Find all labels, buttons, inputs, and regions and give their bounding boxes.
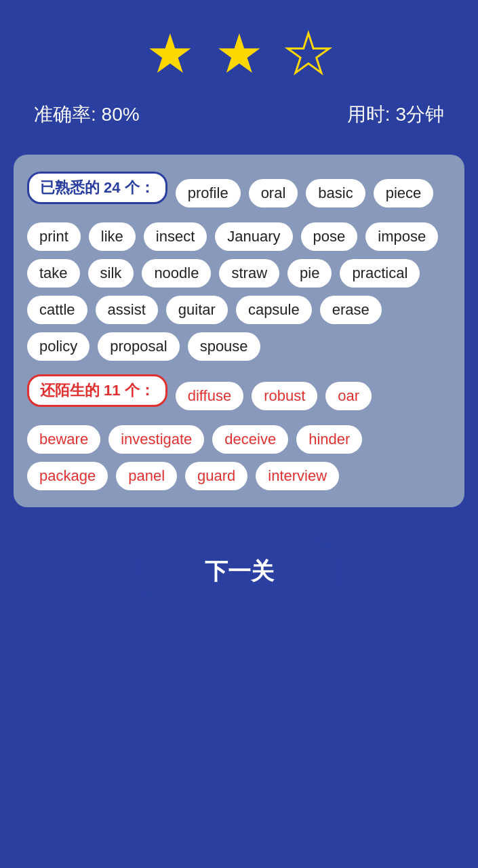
familiar-word-tag: assist bbox=[96, 296, 158, 324]
unfamiliar-word-tag: diffuse bbox=[176, 382, 243, 410]
familiar-word-tag: pose bbox=[301, 222, 358, 251]
familiar-word-tag: capsule bbox=[236, 296, 312, 324]
unfamiliar-word-tag: robust bbox=[252, 382, 317, 410]
unfamiliar-section: 还陌生的 11 个： diffuserobustoarbewareinvesti… bbox=[27, 374, 451, 490]
familiar-word-tag: take bbox=[27, 259, 80, 288]
unfamiliar-word-tag: beware bbox=[27, 425, 100, 454]
familiar-word-tag: insect bbox=[144, 222, 207, 251]
unfamiliar-word-tag: deceive bbox=[212, 425, 288, 454]
familiar-section: 已熟悉的 24 个： profileoralbasicpieceprintlik… bbox=[27, 172, 451, 361]
unfamiliar-word-tag: investigate bbox=[108, 425, 204, 454]
familiar-word-tag: piece bbox=[374, 179, 434, 208]
next-button[interactable]: 下一关 bbox=[137, 541, 342, 602]
familiar-word-tag: erase bbox=[320, 296, 382, 324]
familiar-word-tag: basic bbox=[306, 179, 365, 208]
unfamiliar-word-tag: hinder bbox=[296, 425, 362, 454]
stars-row: ★ ★ ★ bbox=[146, 27, 333, 81]
unfamiliar-header: 还陌生的 11 个： bbox=[27, 374, 167, 407]
main-card: 已熟悉的 24 个： profileoralbasicpieceprintlik… bbox=[14, 155, 464, 507]
time-label: 用时: 3分钟 bbox=[347, 102, 444, 127]
star-2-icon: ★ bbox=[215, 27, 264, 81]
familiar-word-tag: policy bbox=[27, 332, 89, 361]
familiar-word-tag: pie bbox=[287, 259, 332, 288]
familiar-word-tag: cattle bbox=[27, 296, 87, 324]
stats-row: 准确率: 80% 用时: 3分钟 bbox=[14, 102, 464, 127]
familiar-word-tag: guitar bbox=[166, 296, 228, 324]
familiar-word-tag: impose bbox=[365, 222, 438, 251]
familiar-word-tag: silk bbox=[88, 259, 134, 288]
star-1-icon: ★ bbox=[146, 27, 195, 81]
unfamiliar-word-tag: oar bbox=[325, 382, 372, 410]
next-button-container: 下一关 bbox=[0, 528, 478, 629]
familiar-word-tag: January bbox=[215, 222, 292, 251]
familiar-word-tag: straw bbox=[219, 259, 279, 288]
familiar-word-tag: profile bbox=[176, 179, 241, 208]
familiar-word-tag: noodle bbox=[142, 259, 211, 288]
unfamiliar-word-tag: interview bbox=[256, 462, 339, 490]
familiar-word-tag: practical bbox=[340, 259, 420, 288]
accuracy-label: 准确率: 80% bbox=[34, 102, 140, 127]
header: ★ ★ ★ 准确率: 80% 用时: 3分钟 bbox=[0, 0, 478, 155]
familiar-word-tag: like bbox=[89, 222, 136, 251]
unfamiliar-word-tag: panel bbox=[116, 462, 177, 490]
familiar-header: 已熟悉的 24 个： bbox=[27, 172, 167, 204]
star-3-icon: ★ bbox=[284, 27, 333, 81]
unfamiliar-row: 还陌生的 11 个： diffuserobustoarbewareinvesti… bbox=[27, 374, 451, 490]
familiar-word-tag: oral bbox=[249, 179, 298, 208]
familiar-word-tag: spouse bbox=[188, 332, 260, 361]
unfamiliar-word-tag: package bbox=[27, 462, 108, 490]
familiar-word-tag: proposal bbox=[98, 332, 179, 361]
familiar-word-tag: print bbox=[27, 222, 81, 251]
unfamiliar-word-tag: guard bbox=[185, 462, 247, 490]
